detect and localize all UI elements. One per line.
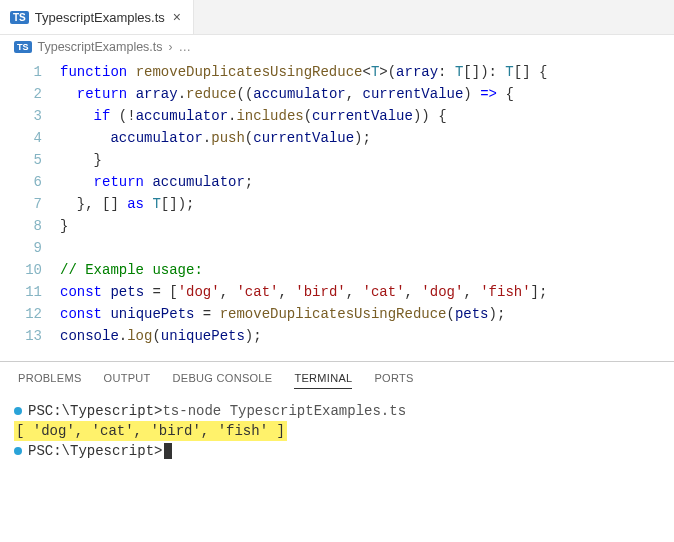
code-token: const [60, 284, 102, 300]
code-token: ); [245, 328, 262, 344]
code-line[interactable]: const pets = ['dog', 'cat', 'bird', 'cat… [60, 281, 547, 303]
code-token [60, 108, 94, 124]
code-line[interactable]: if (!accumulator.includes(currentValue))… [60, 105, 547, 127]
code-token: , [405, 284, 422, 300]
prompt-ps: PS [28, 441, 45, 461]
terminal-cursor [164, 443, 172, 459]
code-token: ( [447, 306, 455, 322]
code-token: []): [463, 64, 505, 80]
code-token: ( [152, 328, 160, 344]
code-token: ]; [531, 284, 548, 300]
prompt-bullet-icon [14, 407, 22, 415]
code-token: . [119, 328, 127, 344]
code-token: . [178, 86, 186, 102]
tab-problems[interactable]: PROBLEMS [18, 372, 82, 389]
code-line[interactable]: }, [] as T[]); [60, 193, 547, 215]
code-token: removeDuplicatesUsingReduce [136, 64, 363, 80]
breadcrumb-more[interactable]: … [179, 40, 192, 54]
code-token: T [152, 196, 160, 212]
code-token: (! [110, 108, 135, 124]
tab-filename: TypescriptExamples.ts [35, 10, 165, 25]
line-number: 2 [0, 83, 42, 105]
code-token: , [346, 284, 363, 300]
terminal-line: PS C:\Typescript> ts-node TypescriptExam… [14, 401, 660, 421]
code-token: log [127, 328, 152, 344]
code-line[interactable]: accumulator.push(currentValue); [60, 127, 547, 149]
editor-tab[interactable]: TS TypescriptExamples.ts × [0, 0, 194, 34]
code-token: T [505, 64, 513, 80]
code-token: 'bird' [295, 284, 345, 300]
code-token: ) [463, 86, 480, 102]
code-token: 'fish' [480, 284, 530, 300]
code-line[interactable]: return accumulator; [60, 171, 547, 193]
code-token: } [60, 152, 102, 168]
code-token: pets [110, 284, 144, 300]
code-line[interactable]: // Example usage: [60, 259, 547, 281]
terminal[interactable]: PS C:\Typescript> ts-node TypescriptExam… [0, 395, 674, 467]
line-number: 7 [0, 193, 42, 215]
ts-file-icon: TS [14, 41, 32, 53]
code-token: < [362, 64, 370, 80]
code-token: : [438, 64, 455, 80]
line-number: 10 [0, 259, 42, 281]
code-token: . [203, 130, 211, 146]
code-line[interactable]: return array.reduce((accumulator, curren… [60, 83, 547, 105]
code-token: 'cat' [363, 284, 405, 300]
ts-file-icon: TS [10, 11, 29, 24]
code-token [60, 86, 77, 102]
code-line[interactable]: console.log(uniquePets); [60, 325, 547, 347]
code-line[interactable]: function removeDuplicatesUsingReduce<T>(… [60, 61, 547, 83]
code-token: pets [455, 306, 489, 322]
tab-ports[interactable]: PORTS [374, 372, 413, 389]
line-number: 4 [0, 127, 42, 149]
tab-output[interactable]: OUTPUT [104, 372, 151, 389]
code-token: removeDuplicatesUsingReduce [220, 306, 447, 322]
tab-debug-console[interactable]: DEBUG CONSOLE [173, 372, 273, 389]
code-token: const [60, 306, 102, 322]
terminal-output-highlight: [ 'dog', 'cat', 'bird', 'fish' ] [14, 421, 287, 441]
code-token: array [396, 64, 438, 80]
code-token: return [94, 174, 144, 190]
code-line[interactable]: } [60, 149, 547, 171]
code-token [127, 86, 135, 102]
code-token [127, 64, 135, 80]
breadcrumb[interactable]: TS TypescriptExamples.ts › … [0, 35, 674, 59]
code-token: uniquePets [161, 328, 245, 344]
code-token: function [60, 64, 127, 80]
code-content[interactable]: function removeDuplicatesUsingReduce<T>(… [60, 61, 547, 347]
code-line[interactable] [60, 237, 547, 259]
code-token: accumulator [152, 174, 244, 190]
code-token: 'dog' [178, 284, 220, 300]
code-token: accumulator [253, 86, 345, 102]
tab-bar: TS TypescriptExamples.ts × [0, 0, 674, 35]
chevron-right-icon: › [169, 40, 173, 54]
code-token: includes [236, 108, 303, 124]
code-token: console [60, 328, 119, 344]
code-token: as [127, 196, 144, 212]
line-number: 8 [0, 215, 42, 237]
code-line[interactable]: } [60, 215, 547, 237]
line-number: 3 [0, 105, 42, 127]
prompt-bullet-icon [14, 447, 22, 455]
code-token: 'cat' [236, 284, 278, 300]
code-token: )) { [413, 108, 447, 124]
close-icon[interactable]: × [171, 9, 183, 25]
code-token: (( [236, 86, 253, 102]
code-token: currentValue [253, 130, 354, 146]
code-token: 'dog' [421, 284, 463, 300]
code-token: , [220, 284, 237, 300]
code-token: ( [245, 130, 253, 146]
code-token: return [77, 86, 127, 102]
tab-terminal[interactable]: TERMINAL [294, 372, 352, 389]
code-token: , [463, 284, 480, 300]
code-token: => [480, 86, 497, 102]
code-line[interactable]: const uniquePets = removeDuplicatesUsing… [60, 303, 547, 325]
code-token: , [346, 86, 363, 102]
prompt-path: C:\Typescript> [45, 441, 163, 461]
line-number: 5 [0, 149, 42, 171]
code-editor[interactable]: 12345678910111213 function removeDuplica… [0, 59, 674, 355]
code-token: ); [354, 130, 371, 146]
code-token: = [194, 306, 219, 322]
terminal-command: ts-node TypescriptExamples.ts [162, 401, 406, 421]
code-token: accumulator [136, 108, 228, 124]
